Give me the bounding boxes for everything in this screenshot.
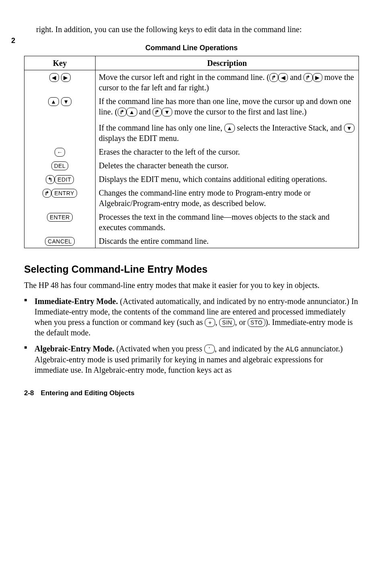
entry-key-icon: ENTRY [51, 189, 77, 198]
desc-text: If the command line has only one line, [99, 123, 224, 132]
right-arrow-key-icon: ▶ [61, 73, 71, 82]
desc-text: selects the Interactive Stack, and [235, 123, 344, 132]
table-row: DEL Deletes the character beneath the cu… [24, 159, 359, 172]
section-heading: Selecting Command-Line Entry Modes [24, 263, 359, 276]
list-item: Algebraic-Entry Mode. (Activated when yo… [24, 343, 359, 375]
mode-text: (Activated when you press [114, 344, 204, 353]
down-arrow-key-icon: ▼ [344, 124, 354, 133]
desc-text: displays the EDIT menu. [99, 134, 179, 143]
right-shift-key-icon: ↱ [153, 108, 162, 116]
mode-text: , and indicated by the [215, 344, 286, 353]
right-arrow-key-icon: ▶ [313, 73, 322, 82]
table-row: ↱ENTRY Changes the command-line entry mo… [24, 186, 359, 210]
desc-text: Changes the command-line entry mode to P… [96, 186, 359, 210]
del-key-icon: DEL [51, 161, 69, 170]
up-arrow-key-icon: ▲ [126, 108, 137, 116]
table-row: ENTER Processes the text in the command … [24, 210, 359, 234]
mode-name: Algebraic-Entry Mode. [35, 344, 114, 353]
sin-key-icon: SIN [219, 318, 235, 327]
mode-name: Immediate-Entry Mode. [35, 297, 118, 306]
edit-key-icon: EDIT [55, 175, 74, 184]
th-description: Description [96, 56, 359, 70]
enter-key-icon: ENTER [47, 213, 73, 222]
table-row: ↰EDIT Displays the EDIT menu, which cont… [24, 172, 359, 186]
backspace-key-icon: ← [55, 148, 65, 157]
down-arrow-key-icon: ▼ [61, 97, 71, 106]
desc-text: and [288, 73, 304, 82]
cancel-key-icon: CANCEL [45, 237, 75, 246]
desc-text: move the cursor to the first and last li… [172, 107, 306, 116]
desc-text: Processes the text in the command line—m… [96, 210, 359, 234]
sto-key-icon: STO [248, 318, 265, 327]
right-shift-key-icon: ↱ [269, 73, 279, 82]
page-number: 2 [11, 36, 15, 45]
table-row: ◀ ▶ Move the cursor left and right in th… [24, 70, 359, 95]
th-key: Key [24, 56, 96, 70]
intro-paragraph: right. In addition, you can use the foll… [36, 24, 359, 35]
right-shift-key-icon: ↱ [304, 73, 313, 82]
right-shift-key-icon: ↱ [43, 189, 52, 198]
desc-text: Displays the EDIT menu, which contains a… [96, 172, 359, 186]
command-line-operations-table: Key Description ◀ ▶ Move the cursor left… [24, 56, 359, 248]
table-title: Command Line Operations [24, 43, 359, 53]
section-intro: The HP 48 has four command-line entry mo… [24, 280, 359, 290]
mode-text: , [215, 318, 219, 327]
left-arrow-key-icon: ◀ [278, 73, 288, 82]
down-arrow-key-icon: ▼ [162, 108, 172, 116]
left-shift-key-icon: ↰ [46, 175, 55, 184]
desc-text: and [137, 107, 153, 116]
up-arrow-key-icon: ▲ [48, 97, 59, 106]
modes-list: Immediate-Entry Mode. (Activated automat… [24, 296, 359, 375]
list-item: Immediate-Entry Mode. (Activated automat… [24, 296, 359, 338]
desc-text: Erases the character to the left of the … [96, 145, 359, 159]
right-shift-key-icon: ↱ [118, 108, 127, 116]
table-row: CANCEL Discards the entire command line. [24, 234, 359, 248]
desc-text: Deletes the character beneath the cursor… [96, 159, 359, 172]
desc-text: Discards the entire command line. [96, 234, 359, 248]
up-arrow-key-icon: ▲ [224, 124, 235, 133]
table-row: ← Erases the character to the left of th… [24, 145, 359, 159]
alg-annunciator: ALG [285, 345, 298, 353]
page-footer: 2-8 Entering and Editing Objects [24, 389, 359, 398]
plus-key-icon: + [205, 318, 215, 327]
left-arrow-key-icon: ◀ [49, 73, 59, 82]
table-row: ▲ ▼ If the command line has more than on… [24, 94, 359, 145]
mode-text: , or [235, 318, 248, 327]
tick-key-icon: ' [204, 345, 215, 353]
desc-text: Move the cursor left and right in the co… [99, 73, 269, 82]
